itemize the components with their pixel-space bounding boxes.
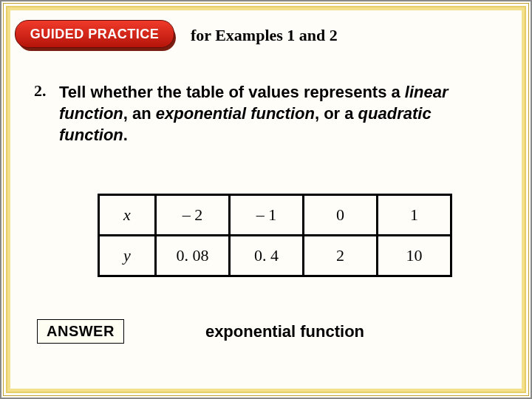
qtext-post: . [123, 126, 128, 144]
cell-y-0: 0. 08 [156, 236, 230, 276]
cell-x-2: 0 [304, 195, 378, 236]
question-row: 2. Tell whether the table of values repr… [34, 81, 486, 146]
cell-y-3: 10 [378, 236, 451, 276]
row-label-x: x [99, 195, 156, 236]
row-label-y: y [99, 236, 156, 276]
question-text: Tell whether the table of values represe… [59, 81, 486, 146]
answer-text: exponential function [205, 322, 364, 341]
badge-text: GUIDED PRACTICE [30, 27, 160, 42]
guided-practice-badge: GUIDED PRACTICE [15, 20, 177, 51]
slide-frame: GUIDED PRACTICE for Examples 1 and 2 2. … [0, 0, 532, 399]
badge-pill: GUIDED PRACTICE [15, 20, 174, 48]
cell-y-2: 2 [304, 236, 378, 276]
header-subtitle: for Examples 1 and 2 [191, 26, 338, 45]
qtext-em2: exponential function [156, 104, 315, 123]
cell-y-1: 0. 4 [230, 236, 304, 276]
table-row: y 0. 08 0. 4 2 10 [99, 236, 451, 276]
qtext-mid1: , an [123, 104, 156, 123]
table-row: x – 2 – 1 0 1 [99, 195, 451, 236]
header-row: GUIDED PRACTICE for Examples 1 and 2 [12, 19, 520, 52]
answer-label-box: ANSWER [37, 319, 124, 344]
answer-label: ANSWER [47, 323, 115, 339]
cell-x-1: – 1 [230, 195, 304, 236]
cell-x-0: – 2 [156, 195, 230, 236]
answer-row: ANSWER exponential function [37, 319, 501, 344]
qtext-mid2: , or a [315, 104, 358, 123]
question-number: 2. [34, 81, 59, 100]
values-table: x – 2 – 1 0 1 y 0. 08 0. 4 2 10 [98, 194, 452, 277]
qtext-pre: Tell whether the table of values represe… [59, 83, 405, 101]
cell-x-3: 1 [378, 195, 451, 236]
